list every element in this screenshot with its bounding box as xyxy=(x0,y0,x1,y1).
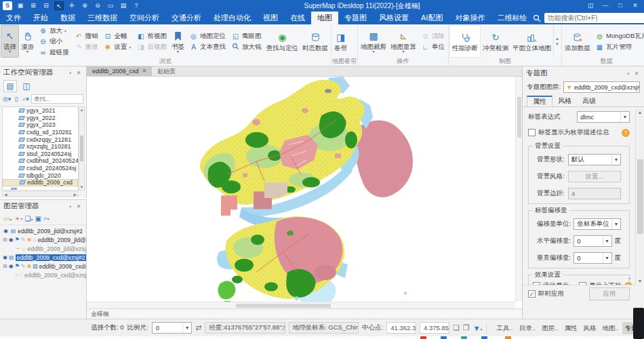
copy-layer-icon[interactable]: ❏▾ xyxy=(24,215,33,222)
swap-coords-icon[interactable]: ⇄ xyxy=(195,323,201,332)
select-button[interactable]: ↖选择▾ xyxy=(1,25,19,58)
magnifier-button[interactable]: 放大镜 xyxy=(230,42,263,52)
eye-filter-icon[interactable]: ◎▾ xyxy=(3,96,11,102)
snap-icon[interactable]: ⊕ xyxy=(27,237,32,243)
close-button[interactable]: ✕ xyxy=(628,0,643,12)
scale-combo[interactable]: 0▼ xyxy=(152,322,192,334)
bg-style-button[interactable]: 设置... xyxy=(568,171,621,182)
bookmark-button[interactable]: 书签▾ xyxy=(169,25,186,58)
tab-data[interactable]: 数据 xyxy=(54,12,81,24)
tree-item[interactable]: stsd_20240524sj xyxy=(3,151,78,158)
help-icon[interactable]: ? xyxy=(622,129,630,137)
map-horizontal-scrollbar[interactable] xyxy=(87,302,515,308)
editable-icon[interactable]: ✎ xyxy=(21,263,26,269)
layer-row[interactable]: ⊞ ◉ ⚑ ✎ ⊕ ⌂ eddltb_2009_jld@xzsj xyxy=(0,235,86,244)
remove-icon[interactable]: ⊟ xyxy=(41,1,51,10)
apply-button[interactable]: 应用 xyxy=(589,287,630,300)
prev-view-button[interactable]: ◧前视图 xyxy=(136,31,169,41)
folder-icon[interactable]: ▭▾ xyxy=(3,215,12,222)
pin-icon[interactable]: ▪ xyxy=(66,70,75,76)
function-search-box[interactable] xyxy=(544,13,644,23)
tree-item[interactable]: ygyx_2023 xyxy=(3,121,78,129)
layer-row[interactable]: ◉ ▤ eddltb_2009_jld@xzsj#2 xyxy=(0,226,86,235)
tab-object-operation[interactable]: 对象操作 xyxy=(449,12,491,24)
minimize-button[interactable]: — xyxy=(598,0,613,12)
tab-file[interactable]: 文件 xyxy=(0,12,27,24)
selectable-flag-icon[interactable]: ⚑ xyxy=(15,237,20,243)
workspace-horizontal-scrollbar[interactable]: ◀▶ xyxy=(2,191,79,197)
layers-icon[interactable]: ▣ xyxy=(35,215,41,222)
tab-3d-data[interactable]: 三维数据 xyxy=(81,12,123,24)
dock-tab-map[interactable]: 地图.. xyxy=(599,322,621,334)
tab-automation[interactable]: 处理自动化 xyxy=(207,12,257,24)
map-clip-button[interactable]: ▩地图裁剪▾ xyxy=(359,25,388,58)
style-switch-button[interactable]: ◫ xyxy=(583,0,598,12)
layer-row-child[interactable]: ~ ⌂ eddltb_2009_jld@xzsj xyxy=(0,244,86,253)
tab-start[interactable]: 开始 xyxy=(27,12,54,24)
map-locate-button[interactable]: ◎地图定位 xyxy=(188,31,227,41)
close-icon[interactable]: ✕ xyxy=(75,70,83,76)
visibility-eye-icon[interactable]: ◉ xyxy=(9,263,14,269)
tree-item[interactable]: cxdbhsd_20240524... xyxy=(3,157,78,165)
close-icon[interactable]: ✕ xyxy=(632,71,641,77)
tree-item[interactable]: cxdg_sd_210281 xyxy=(3,129,78,136)
mongodb-tiles-button[interactable]: ◍MongoDB瓦片 xyxy=(594,31,644,41)
gallery-scroll[interactable]: ▲▼ xyxy=(553,25,561,58)
dock-tab-attributes[interactable]: 属性 xyxy=(561,322,580,334)
find-locate-button[interactable]: ◉查找与定位 xyxy=(264,25,301,58)
tree-item[interactable]: cxdxzqqy_21281 xyxy=(3,136,78,143)
copy-icon[interactable]: ❏ xyxy=(453,323,460,332)
pan-hand-icon[interactable]: ✛ xyxy=(67,1,77,10)
tree-item[interactable]: xzjxzqbj_210281 xyxy=(3,143,78,151)
workspace-vertical-scrollbar[interactable]: ▲▼ xyxy=(79,106,85,191)
function-search-input[interactable] xyxy=(547,14,644,22)
redo-button[interactable]: ↷重做 xyxy=(73,42,100,52)
close-icon[interactable]: ✕ xyxy=(75,203,83,210)
tab-style-settings[interactable]: 风格设置 xyxy=(373,12,415,24)
tab-advanced[interactable]: 高级 xyxy=(577,96,601,106)
offset-unit-combo[interactable]: 坐标系单位▼ xyxy=(573,218,621,230)
search-mode-icon[interactable]: ⌕▾ xyxy=(22,96,30,103)
zoom-in-icon[interactable]: ⊕ xyxy=(80,1,89,10)
layer-row-child[interactable]: ~ ⌂ eddltb_2009_cxd@xzsj xyxy=(0,271,86,279)
center-y-input[interactable]: 4.375.858... xyxy=(420,322,449,334)
maximize-button[interactable]: □ xyxy=(613,0,628,12)
pin-icon[interactable]: ▪ xyxy=(66,203,75,210)
enum-display-checkbox[interactable] xyxy=(528,129,536,136)
add-data-button[interactable]: 添加数据 xyxy=(563,25,592,58)
open-folder-icon[interactable]: ▤ xyxy=(119,1,128,10)
add-layer-icon[interactable]: ＋▾ xyxy=(14,214,22,223)
map-vertical-scrollbar[interactable] xyxy=(515,77,522,302)
bookmark-icon[interactable]: ▼▾ xyxy=(473,324,483,332)
tree-item-partial[interactable] xyxy=(3,186,78,191)
selectable-flag-icon[interactable]: ⚑ xyxy=(15,263,20,269)
thematic-vertical-scrollbar[interactable]: ▲▼ xyxy=(635,108,644,285)
undo-button[interactable]: ↶撤销 xyxy=(73,31,100,41)
map-measure-button[interactable]: ⊾地图量算▾ xyxy=(388,25,418,58)
expand-icon[interactable]: ⊞ xyxy=(3,237,7,243)
map-canvas[interactable] xyxy=(87,77,515,302)
tab-2d-plotting[interactable]: 二维标绘 xyxy=(491,12,533,24)
zoom-in-button[interactable]: ⊕放大▾ xyxy=(37,26,71,36)
clear-button[interactable]: ⊘清除 xyxy=(420,31,446,41)
dock-tab-layers[interactable]: 图层.. xyxy=(539,322,561,334)
save-icon[interactable]: ▣ xyxy=(16,1,25,10)
snap-icon[interactable]: ⊕ xyxy=(27,263,32,269)
tab-thematic-map[interactable]: 专题图 xyxy=(338,12,373,24)
dock-tab-catalog[interactable]: 目录.. xyxy=(517,322,538,334)
tree-item-selected[interactable]: eddltb_2009_cxd xyxy=(3,179,78,186)
temporal-data-button[interactable]: 时态数据 xyxy=(300,25,330,58)
swipe-button[interactable]: ◨卷帘 xyxy=(332,25,349,58)
tree-item[interactable]: tdbgdc_2020 xyxy=(3,172,78,179)
next-view-button[interactable]: ◨后视图 xyxy=(136,42,169,52)
tile-manager-button[interactable]: ▦瓦片管理 xyxy=(594,42,644,52)
eagle-eye-button[interactable]: ◱鹰眼图 xyxy=(230,31,263,41)
pin-icon[interactable]: ▪ xyxy=(624,71,632,77)
zoom-out-icon[interactable]: ⊖ xyxy=(93,1,102,10)
map-document-tab[interactable]: eddltb_2009_cxd✕ xyxy=(87,66,152,76)
help-icon[interactable]: ? xyxy=(132,1,141,10)
tab-style[interactable]: 风格 xyxy=(552,96,577,106)
text-find-button[interactable]: A文本查找 xyxy=(188,42,227,52)
tab-attribute[interactable]: 属性 xyxy=(527,96,552,106)
zoom-out-button[interactable]: ⊖缩小 xyxy=(37,37,71,47)
